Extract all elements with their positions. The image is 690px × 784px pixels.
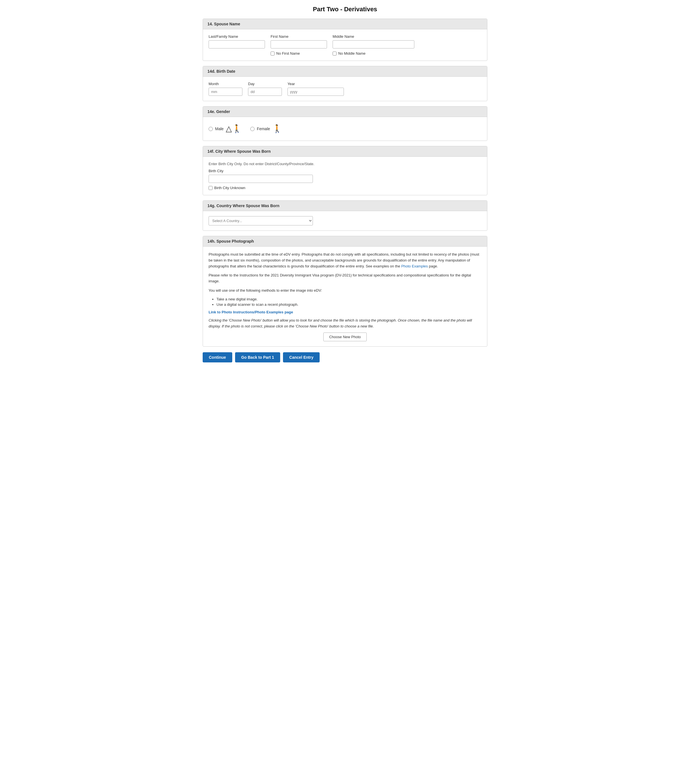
no-middle-name-checkbox[interactable] (333, 51, 336, 56)
gender-section: 14e. Gender Male △🚶 Female 🚶 (203, 106, 487, 141)
middle-name-group: Middle Name No Middle Name (333, 35, 414, 56)
gender-header: 14e. Gender (203, 107, 487, 117)
no-first-name-row: No First Name (270, 51, 327, 56)
last-name-input[interactable] (209, 40, 265, 48)
bullet1: Take a new digital image. (216, 297, 481, 301)
male-icon: △🚶 (226, 125, 242, 133)
first-name-input[interactable] (270, 40, 327, 48)
female-icon: 🚶 (272, 125, 282, 133)
photo-instructions-link[interactable]: Link to Photo Instructions/Photo Example… (209, 310, 481, 314)
female-label: Female (257, 127, 270, 131)
no-first-name-checkbox[interactable] (270, 51, 275, 56)
last-name-label: Last/Family Name (209, 35, 265, 39)
photo-para3: You will use one of the following method… (209, 288, 481, 294)
month-label: Month (209, 82, 242, 86)
male-radio[interactable] (209, 127, 213, 131)
birth-city-unknown-checkbox[interactable] (209, 186, 212, 190)
page-title: Part Two - Derivatives (203, 6, 487, 13)
last-name-group: Last/Family Name (209, 35, 265, 56)
no-middle-name-label: No Middle Name (338, 51, 366, 56)
first-name-group: First Name No First Name (270, 35, 327, 56)
cancel-button[interactable]: Cancel Entry (283, 352, 319, 362)
birth-country-header: 14g. Country Where Spouse Was Born (203, 201, 487, 211)
day-label: Day (248, 82, 282, 86)
birth-city-input[interactable] (209, 175, 313, 183)
day-input[interactable] (248, 87, 282, 96)
year-input[interactable] (288, 87, 344, 96)
photograph-section: 14h. Spouse Photograph Photographs must … (203, 236, 487, 347)
birth-city-unknown-row: Birth City Unknown (209, 186, 481, 190)
day-group: Day (248, 82, 282, 96)
photo-bullet-list: Take a new digital image. Use a digital … (216, 297, 481, 306)
month-input[interactable] (209, 87, 242, 96)
birth-city-label: Birth City (209, 169, 481, 173)
choose-photo-button[interactable]: Choose New Photo (323, 333, 367, 341)
birth-city-hint: Enter Birth City Only. Do not enter Dist… (209, 162, 481, 166)
bottom-buttons-row: Continue Go Back to Part 1 Cancel Entry (203, 352, 487, 368)
female-option: Female 🚶 (250, 125, 282, 133)
birth-date-section: 14d. Birth Date Month Day Year (203, 66, 487, 101)
month-group: Month (209, 82, 242, 96)
no-first-name-label: No First Name (276, 51, 300, 56)
male-option: Male △🚶 (209, 125, 242, 133)
year-label: Year (288, 82, 344, 86)
birth-city-section: 14f. City Where Spouse Was Born Enter Bi… (203, 146, 487, 195)
photo-para2: Please refer to the Instructions for the… (209, 272, 481, 284)
birth-city-header: 14f. City Where Spouse Was Born (203, 146, 487, 157)
photo-italic-note: Clicking the 'Choose New Photo' button w… (209, 318, 481, 329)
gender-options-row: Male △🚶 Female 🚶 (209, 122, 481, 135)
first-name-label: First Name (270, 35, 327, 39)
birth-city-group: Birth City (209, 169, 481, 183)
country-select[interactable]: Select A Country... (209, 216, 313, 226)
go-back-button[interactable]: Go Back to Part 1 (235, 352, 280, 362)
middle-name-label: Middle Name (333, 35, 414, 39)
photograph-header: 14h. Spouse Photograph (203, 236, 487, 247)
male-label: Male (215, 127, 224, 131)
birth-date-header: 14d. Birth Date (203, 66, 487, 77)
photo-examples-link[interactable]: Photo Examples (401, 264, 428, 268)
birth-country-section: 14g. Country Where Spouse Was Born Selec… (203, 200, 487, 231)
birth-city-unknown-label: Birth City Unknown (214, 186, 245, 190)
bullet2: Use a digital scanner to scan a recent p… (216, 302, 481, 306)
photo-para1: Photographs must be submitted at the tim… (209, 252, 481, 269)
no-middle-name-row: No Middle Name (333, 51, 414, 56)
middle-name-input[interactable] (333, 40, 414, 48)
female-radio[interactable] (250, 127, 255, 131)
continue-button[interactable]: Continue (203, 352, 232, 362)
spouse-name-header: 14. Spouse Name (203, 19, 487, 29)
year-group: Year (288, 82, 344, 96)
spouse-name-section: 14. Spouse Name Last/Family Name First N… (203, 18, 487, 61)
